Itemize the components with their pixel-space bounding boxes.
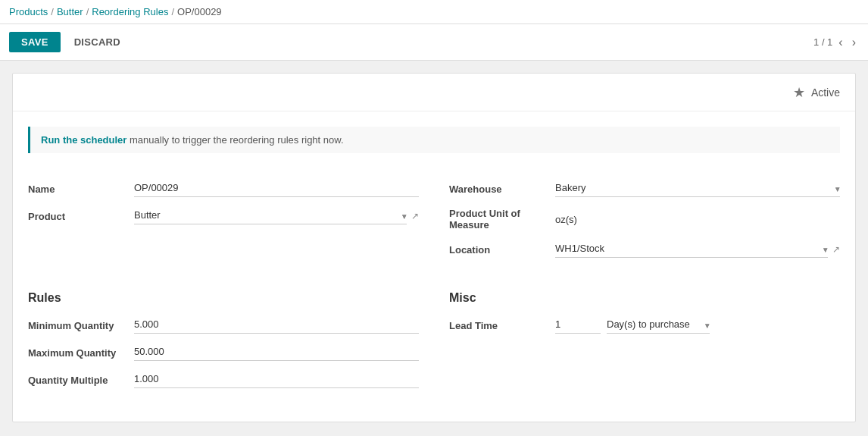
max-qty-label: Maximum Quantity	[28, 347, 134, 359]
qty-multiple-label: Quantity Multiple	[28, 375, 134, 386]
warehouse-select[interactable]: Bakery	[555, 180, 840, 197]
rules-section: Rules Minimum Quantity Maximum Quantity …	[28, 284, 419, 399]
qty-multiple-field-group: Quantity Multiple	[28, 372, 419, 388]
product-select[interactable]: Butter	[134, 208, 407, 224]
scheduler-link[interactable]: Run the scheduler	[41, 134, 126, 146]
uom-label: Product Unit ofMeasure	[449, 208, 555, 231]
product-external-link[interactable]: ↗	[411, 211, 419, 221]
breadcrumb-reordering-rules[interactable]: Reordering Rules	[92, 6, 168, 17]
max-qty-input[interactable]	[134, 344, 419, 361]
card-header: ★ Active	[13, 74, 855, 111]
breadcrumb-bar: Products / Butter / Reordering Rules / O…	[0, 0, 868, 24]
lead-time-inputs: Day(s) to purchase Week(s) to purchase ▾	[555, 317, 840, 334]
scheduler-text: manually to trigger the reordering rules…	[126, 134, 343, 146]
min-qty-input[interactable]	[134, 317, 419, 334]
nav-controls: 1 / 1 ‹ ›	[813, 34, 859, 51]
next-button[interactable]: ›	[849, 34, 859, 51]
uom-field-group: Product Unit ofMeasure oz(s)	[449, 208, 840, 231]
location-select-wrap: WH1/Stock ▾ ↗	[555, 241, 840, 258]
max-qty-field-group: Maximum Quantity	[28, 344, 419, 361]
active-label: Active	[811, 86, 840, 99]
form-left: Name Product Butter ▾ ↗	[28, 180, 419, 268]
product-select-wrap: Butter ▾ ↗	[134, 208, 419, 224]
lead-time-unit-wrap: Day(s) to purchase Week(s) to purchase ▾	[607, 317, 710, 334]
location-field-group: Location WH1/Stock ▾ ↗	[449, 241, 840, 258]
toggle-icon: ★	[793, 84, 805, 101]
discard-button[interactable]: DISCARD	[67, 32, 128, 52]
lead-time-input[interactable]	[555, 317, 601, 334]
breadcrumb-current: OP/00029	[177, 6, 222, 17]
rules-section-header: Rules	[28, 291, 419, 305]
sections-row: Rules Minimum Quantity Maximum Quantity …	[28, 284, 840, 399]
scheduler-notice: Run the scheduler manually to trigger th…	[28, 127, 840, 153]
lead-time-label: Lead Time	[449, 320, 555, 331]
name-label: Name	[28, 183, 134, 195]
uom-value: oz(s)	[555, 214, 840, 225]
location-external-link[interactable]: ↗	[832, 244, 840, 255]
form-row-top: Name Product Butter ▾ ↗	[28, 180, 840, 268]
form-card: ★ Active Run the scheduler manually to t…	[12, 73, 856, 422]
breadcrumb-sep-2: /	[86, 6, 89, 17]
form-body: Name Product Butter ▾ ↗	[13, 165, 855, 422]
location-label: Location	[449, 244, 555, 256]
name-input[interactable]	[134, 180, 419, 197]
action-bar: SAVE DISCARD 1 / 1 ‹ ›	[0, 24, 868, 61]
save-button[interactable]: SAVE	[9, 32, 61, 52]
name-field-group: Name	[28, 180, 419, 197]
product-field-group: Product Butter ▾ ↗	[28, 208, 419, 224]
active-toggle[interactable]: ★ Active	[793, 84, 840, 101]
misc-section: Misc Lead Time Day(s) to purchase Week(s…	[449, 284, 840, 399]
prev-button[interactable]: ‹	[835, 34, 845, 51]
warehouse-label: Warehouse	[449, 183, 555, 195]
lead-time-row: Lead Time Day(s) to purchase Week(s) to …	[449, 317, 840, 334]
breadcrumb-butter[interactable]: Butter	[57, 6, 83, 17]
breadcrumb-sep-1: /	[51, 6, 54, 17]
qty-multiple-input[interactable]	[134, 372, 419, 388]
product-label: Product	[28, 211, 134, 222]
misc-section-header: Misc	[449, 291, 840, 305]
form-right: Warehouse Bakery ▾ Product Unit ofMeasur…	[449, 180, 840, 268]
breadcrumb-products[interactable]: Products	[9, 6, 48, 17]
warehouse-field-group: Warehouse Bakery ▾	[449, 180, 840, 197]
lead-time-unit-select[interactable]: Day(s) to purchase Week(s) to purchase	[607, 317, 710, 334]
breadcrumb-sep-3: /	[171, 6, 174, 17]
main-content: ★ Active Run the scheduler manually to t…	[0, 61, 868, 434]
pagination-label: 1 / 1	[813, 36, 832, 48]
location-select[interactable]: WH1/Stock	[555, 241, 828, 258]
min-qty-label: Minimum Quantity	[28, 320, 134, 331]
min-qty-field-group: Minimum Quantity	[28, 317, 419, 334]
